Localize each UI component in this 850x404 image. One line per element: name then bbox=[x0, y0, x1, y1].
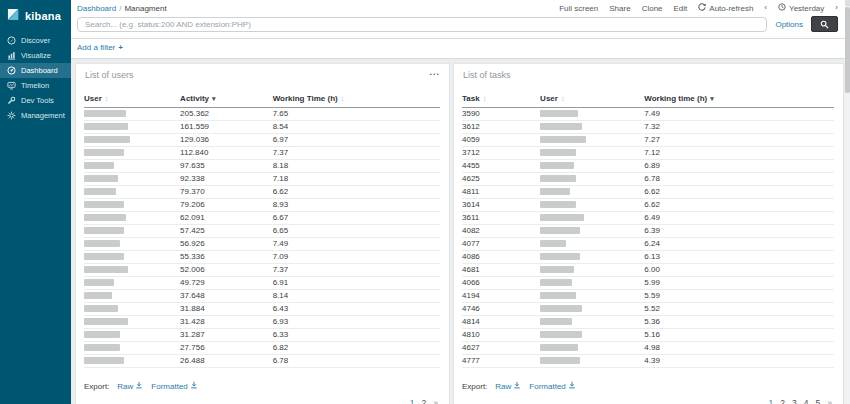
task-table-row: 44556.89 bbox=[462, 160, 834, 173]
user-table-row: 92.3387.18 bbox=[84, 173, 440, 186]
export-formatted-link[interactable]: Formatted bbox=[529, 381, 575, 391]
search-button[interactable] bbox=[811, 16, 838, 32]
redacted-username bbox=[84, 201, 124, 208]
page-1-link[interactable]: 1 bbox=[769, 398, 774, 404]
kibana-logo[interactable]: kibana bbox=[0, 0, 71, 33]
sidebar-item-visualize[interactable]: Visualize bbox=[0, 48, 71, 63]
column-header-working-time-h-[interactable]: Working Time (h)↕ bbox=[273, 92, 440, 108]
redacted-username bbox=[84, 253, 124, 260]
tasks-table: Task↕User↕Working time (h)▾ 35907.493612… bbox=[462, 92, 834, 368]
redacted-username bbox=[540, 305, 582, 312]
redacted-username bbox=[540, 136, 586, 143]
filter-bar: Add a filter + bbox=[71, 39, 850, 59]
time-picker-button[interactable]: Yesterday bbox=[778, 3, 824, 13]
redacted-username bbox=[540, 344, 578, 351]
user-table-row: 79.3706.62 bbox=[84, 186, 440, 199]
redacted-username bbox=[540, 110, 578, 117]
export-label: Export: bbox=[84, 382, 109, 391]
sidebar-item-dev-tools[interactable]: Dev Tools bbox=[0, 93, 71, 108]
time-next-button[interactable]: › bbox=[835, 4, 838, 12]
task-table-row: 46274.98 bbox=[462, 342, 834, 355]
page-scrollbar[interactable] bbox=[845, 0, 850, 404]
sidebar-item-dashboard[interactable]: Dashboard bbox=[0, 63, 71, 78]
next-page-button[interactable]: » bbox=[827, 398, 832, 404]
kibana-dashboard-app: kibana DiscoverVisualizeDashboardTimelio… bbox=[0, 0, 850, 404]
task-table-row: 40597.27 bbox=[462, 134, 834, 147]
task-table-row: 40826.39 bbox=[462, 225, 834, 238]
column-header-user[interactable]: User↕ bbox=[540, 92, 644, 108]
clone-button[interactable]: Clone bbox=[642, 4, 663, 13]
user-table-row: 97.6358.18 bbox=[84, 160, 440, 173]
panel-menu-ellipsis-icon[interactable]: ... bbox=[429, 70, 440, 75]
timelion-monitor-icon bbox=[7, 81, 16, 90]
user-table-row: 55.3367.09 bbox=[84, 251, 440, 264]
panel-list-of-users: List of users ... User↕Activity▾Working … bbox=[76, 64, 449, 404]
user-table-row: 37.6488.14 bbox=[84, 290, 440, 303]
page-1-link[interactable]: 1 bbox=[410, 398, 415, 404]
redacted-username bbox=[84, 123, 128, 130]
share-button[interactable]: Share bbox=[609, 4, 630, 13]
visualize-barchart-icon bbox=[7, 51, 16, 60]
redacted-username bbox=[84, 279, 114, 286]
user-table-row: 129.0366.97 bbox=[84, 134, 440, 147]
task-table-row: 48145.36 bbox=[462, 316, 834, 329]
sort-desc-icon: ▾ bbox=[212, 95, 216, 102]
breadcrumb-separator: / bbox=[119, 4, 121, 13]
breadcrumb-dashboard-link[interactable]: Dashboard bbox=[77, 4, 116, 13]
redacted-username bbox=[84, 227, 124, 234]
task-table-row: 37127.12 bbox=[462, 147, 834, 160]
column-header-task[interactable]: Task↕ bbox=[462, 92, 540, 108]
dashboard-grid: List of users ... User↕Activity▾Working … bbox=[71, 59, 850, 404]
task-table-row: 40665.99 bbox=[462, 277, 834, 290]
redacted-username bbox=[540, 253, 580, 260]
add-filter-plus-icon[interactable]: + bbox=[118, 43, 123, 52]
task-table-row: 36146.62 bbox=[462, 199, 834, 212]
redacted-username bbox=[540, 318, 572, 325]
redacted-username bbox=[84, 162, 114, 169]
page-2-link[interactable]: 2 bbox=[780, 398, 785, 404]
column-header-working-time-h-[interactable]: Working time (h)▾ bbox=[644, 92, 834, 108]
redacted-username bbox=[540, 188, 570, 195]
user-table-row: 31.2876.33 bbox=[84, 329, 440, 342]
page-5-link[interactable]: 5 bbox=[816, 398, 821, 404]
refresh-icon bbox=[698, 3, 706, 13]
user-table-row: 112.8407.37 bbox=[84, 147, 440, 160]
user-table-row: 31.4286.93 bbox=[84, 316, 440, 329]
export-raw-link[interactable]: Raw bbox=[495, 381, 521, 391]
next-page-button[interactable]: » bbox=[433, 398, 438, 404]
sidebar-item-management[interactable]: Management bbox=[0, 108, 71, 123]
options-link[interactable]: Options bbox=[775, 20, 803, 29]
sidebar-item-timelion[interactable]: Timelion bbox=[0, 78, 71, 93]
task-table-row: 47774.39 bbox=[462, 355, 834, 368]
scrollbar-thumb[interactable] bbox=[845, 7, 850, 93]
time-prev-button[interactable]: ‹ bbox=[764, 4, 767, 12]
sort-toggle-icon: ↕ bbox=[561, 95, 565, 102]
redacted-username bbox=[540, 357, 580, 364]
sidebar-item-discover[interactable]: Discover bbox=[0, 33, 71, 48]
redacted-username bbox=[540, 201, 576, 208]
user-table-row: 79.2068.93 bbox=[84, 199, 440, 212]
edit-button[interactable]: Edit bbox=[674, 4, 688, 13]
redacted-username bbox=[540, 214, 584, 221]
scrollbar-up-arrow[interactable] bbox=[845, 0, 850, 6]
export-raw-link[interactable]: Raw bbox=[117, 381, 143, 391]
top-navigation: Dashboard/Managment Full screen Share Cl… bbox=[71, 0, 850, 39]
sort-desc-icon: ▾ bbox=[710, 95, 714, 102]
column-header-activity[interactable]: Activity▾ bbox=[180, 92, 273, 108]
page-4-link[interactable]: 4 bbox=[804, 398, 809, 404]
add-filter-button[interactable]: Add a filter bbox=[77, 43, 115, 52]
full-screen-button[interactable]: Full screen bbox=[559, 4, 598, 13]
redacted-username bbox=[540, 149, 576, 156]
redacted-username bbox=[84, 292, 112, 299]
user-table-row: 27.7566.82 bbox=[84, 342, 440, 355]
page-3-link[interactable]: 3 bbox=[792, 398, 797, 404]
export-formatted-link[interactable]: Formatted bbox=[151, 381, 197, 391]
search-input[interactable] bbox=[77, 17, 767, 32]
users-pagination: 12» bbox=[76, 398, 449, 404]
sort-toggle-icon: ↕ bbox=[483, 95, 487, 102]
auto-refresh-button[interactable]: Auto-refresh bbox=[698, 3, 753, 13]
download-icon bbox=[513, 381, 521, 391]
column-header-user[interactable]: User↕ bbox=[84, 92, 180, 108]
redacted-username bbox=[84, 110, 126, 117]
page-2-link[interactable]: 2 bbox=[422, 398, 427, 404]
